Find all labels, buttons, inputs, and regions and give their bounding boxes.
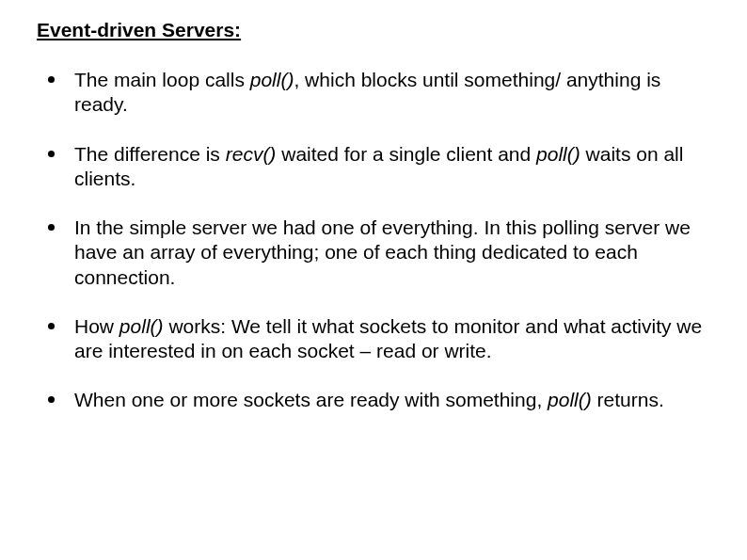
bullet-item: In the simple server we had one of every… xyxy=(44,216,714,290)
bullet-item: When one or more sockets are ready with … xyxy=(44,388,714,412)
slide-heading: Event-driven Servers: xyxy=(37,19,714,41)
text-segment: poll() xyxy=(536,143,580,165)
bullet-item: The main loop calls poll(), which blocks… xyxy=(44,68,714,118)
bullet-list: The main loop calls poll(), which blocks… xyxy=(33,68,714,413)
text-segment: poll() xyxy=(119,315,164,337)
text-segment: poll() xyxy=(250,69,294,90)
text-segment: How xyxy=(74,315,119,337)
text-segment: poll() xyxy=(548,389,592,410)
text-segment: The main loop calls xyxy=(74,69,250,90)
text-segment: waited for a single client and xyxy=(276,143,536,165)
bullet-item: How poll() works: We tell it what socket… xyxy=(44,314,714,364)
text-segment: The difference is xyxy=(74,143,226,165)
text-segment: When one or more sockets are ready with … xyxy=(74,389,548,410)
bullet-item: The difference is recv() waited for a si… xyxy=(44,142,714,192)
text-segment: returns. xyxy=(592,389,664,410)
text-segment: recv() xyxy=(226,143,277,165)
text-segment: In the simple server we had one of every… xyxy=(74,216,691,288)
text-segment: works: We tell it what sockets to monito… xyxy=(74,315,702,361)
